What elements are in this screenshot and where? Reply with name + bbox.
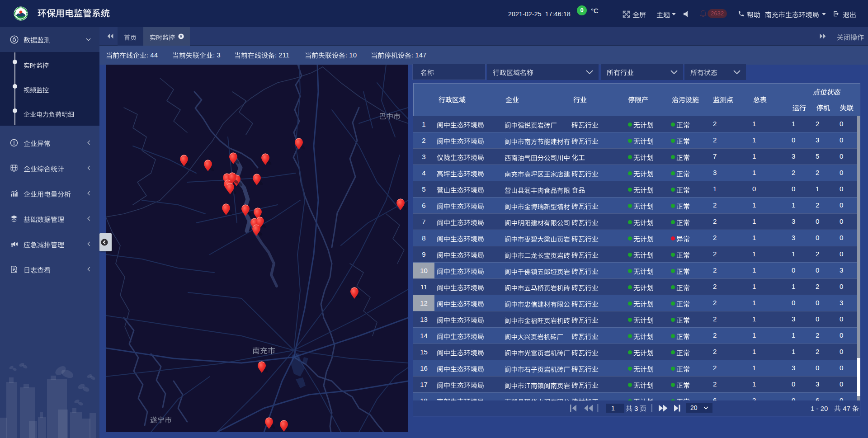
svg-text:1: 1 [611, 405, 615, 412]
